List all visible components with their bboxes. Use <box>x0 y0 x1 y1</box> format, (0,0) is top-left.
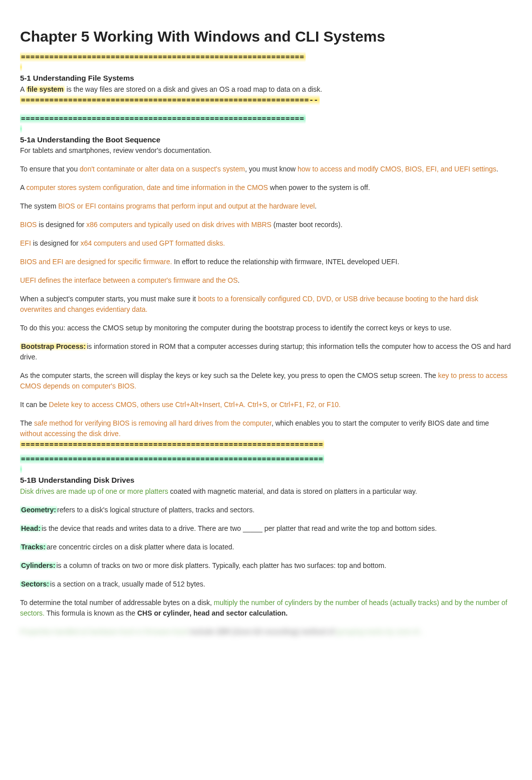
body-text: The safe method for verifying BIOS is re… <box>20 418 512 439</box>
body-text: When a subject's computer starts, you mu… <box>20 294 512 315</box>
divider: ========================================… <box>20 439 512 450</box>
body-text: To determine the total number of address… <box>20 598 512 619</box>
section-heading: 5-1 Understanding File Systems <box>20 74 134 82</box>
section-1-heading-line <box>20 62 512 73</box>
body-text: Disk drives are made up of one or more p… <box>20 486 512 497</box>
body-text: To ensure that you don't contaminate or … <box>20 164 512 174</box>
body-text: BIOS is designed for x86 computers and t… <box>20 220 512 230</box>
divider: ========================================… <box>20 52 512 62</box>
body-text: Tracks:are concentric circles on a disk … <box>20 542 512 552</box>
body-text: Bootstrap Process:is information stored … <box>20 341 512 362</box>
divider: ========================================… <box>20 454 512 464</box>
body-text: A file system is the way files are store… <box>20 84 512 95</box>
body-text: For tablets and smartphones, review vend… <box>20 145 512 156</box>
blurred-preview: Properties handled at hardware level or … <box>20 627 512 637</box>
body-text: The system BIOS or EFI contains programs… <box>20 201 512 212</box>
body-text: Sectors:is a section on a track, usually… <box>20 579 512 590</box>
body-text: EFI is designed for x64 computers and us… <box>20 238 512 249</box>
body-text: Head:is the device that reads and writes… <box>20 523 512 534</box>
body-text: UEFI defines the interface between a com… <box>20 275 512 286</box>
body-text: BIOS and EFI are designed for specific f… <box>20 257 512 267</box>
body-text: Cylinders:is a column of tracks on two o… <box>20 560 512 571</box>
divider: ========================================… <box>20 113 512 124</box>
body-text: Geometry:refers to a disk's logical stru… <box>20 505 512 515</box>
page-title: Chapter 5 Working With Windows and CLI S… <box>20 25 512 48</box>
section-heading: 5-1a Understanding the Boot Sequence <box>20 135 160 144</box>
section-1b-heading-line <box>20 464 512 475</box>
body-text: A computer stores system configuration, … <box>20 182 512 193</box>
body-text: As the computer starts, the screen will … <box>20 370 512 392</box>
section-heading: 5-1B Understanding Disk Drives <box>20 476 134 484</box>
body-text: It can be Delete key to access CMOS, oth… <box>20 400 512 410</box>
body-text: To do this you: access the CMOS setup by… <box>20 323 512 333</box>
section-1a-heading-line <box>20 124 512 134</box>
divider: ========================================… <box>20 95 512 105</box>
